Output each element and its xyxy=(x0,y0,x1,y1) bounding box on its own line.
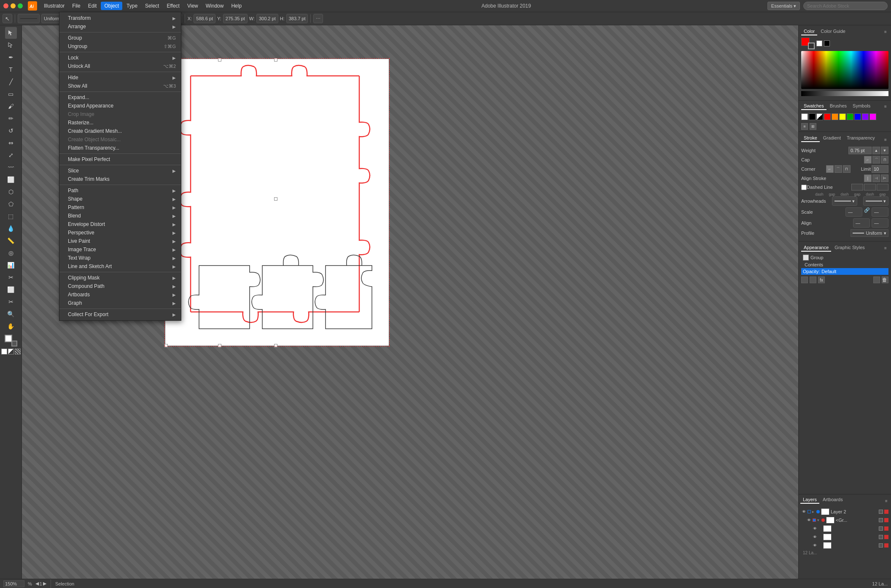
menu-artboards[interactable]: Artboards ▶ xyxy=(59,290,181,299)
tab-transparency[interactable]: Transparency xyxy=(844,134,878,142)
swatch-magenta[interactable] xyxy=(869,113,876,120)
stroke-panel-menu[interactable]: ≡ xyxy=(883,137,888,142)
line-tool[interactable]: ╱ xyxy=(5,76,17,88)
corner-miter[interactable]: ⌐ xyxy=(826,165,834,173)
weight-up[interactable]: ▲ xyxy=(872,147,880,154)
rect-tool[interactable]: ▭ xyxy=(5,88,17,100)
menu-compound-path[interactable]: Compound Path ▶ xyxy=(59,282,181,290)
appearance-opacity-item[interactable]: Opacity: Default xyxy=(801,268,888,275)
tab-color[interactable]: Color xyxy=(801,28,817,35)
fill-stroke-boxes[interactable] xyxy=(801,38,815,49)
menu-graph[interactable]: Graph ▶ xyxy=(59,299,181,307)
cap-butt[interactable]: ⌐ xyxy=(864,156,872,164)
x-field[interactable]: 588.6 pt xyxy=(194,14,215,23)
zoom-tool[interactable]: 🔍 xyxy=(5,308,17,320)
weight-down[interactable]: ▼ xyxy=(881,147,888,154)
menu-ungroup[interactable]: Ungroup ⇧⌘G xyxy=(59,42,181,51)
layers-panel-menu[interactable]: ≡ xyxy=(883,498,889,504)
arrowhead-end[interactable]: ▾ xyxy=(863,196,888,206)
layer-eye-2[interactable]: 👁 xyxy=(806,518,811,523)
minimize-button[interactable] xyxy=(11,3,16,8)
layer-row-5[interactable]: 👁 xyxy=(800,541,889,550)
appearance-contents-item[interactable]: Contents xyxy=(801,261,888,268)
scale-start-input[interactable]: — xyxy=(845,207,862,217)
menu-slice[interactable]: Slice ▶ xyxy=(59,166,181,175)
corner-bevel[interactable]: ⊓ xyxy=(843,165,851,173)
menu-arrange[interactable]: Arrange ▶ xyxy=(59,22,181,31)
y-field[interactable]: 275.35 pt xyxy=(223,14,248,23)
swatch-orange[interactable] xyxy=(832,113,838,120)
tab-artboards[interactable]: Artboards xyxy=(820,496,845,504)
appearance-panel-menu[interactable]: ≡ xyxy=(883,245,888,251)
layer-lock-2[interactable] xyxy=(879,518,883,522)
default-colors-btn[interactable] xyxy=(824,40,830,46)
eraser-tool[interactable]: ⬜ xyxy=(5,284,17,295)
align-end-btn[interactable]: — xyxy=(872,218,888,228)
none-mode-btn[interactable] xyxy=(15,349,21,354)
menu-expand-appearance[interactable]: Expand Appearance xyxy=(59,102,181,110)
warp-tool[interactable]: 〰 xyxy=(5,161,17,173)
menu-image-trace[interactable]: Image Trace ▶ xyxy=(59,245,181,254)
align-start-btn[interactable]: — xyxy=(853,218,870,228)
menu-text-wrap[interactable]: Text Wrap ▶ xyxy=(59,254,181,262)
swatch-grid-view[interactable]: ⊞ xyxy=(810,123,816,130)
layer-lock-3[interactable] xyxy=(879,526,883,531)
grayscale-bar[interactable] xyxy=(801,91,888,96)
selection-handle-bm[interactable] xyxy=(218,344,221,347)
scale-tool[interactable]: ⤢ xyxy=(5,149,17,161)
search-input[interactable] xyxy=(803,2,888,10)
selection-tool[interactable] xyxy=(5,27,17,39)
layer-target-1[interactable] xyxy=(884,510,888,514)
type-tool[interactable]: T xyxy=(5,64,17,75)
arrowhead-start[interactable]: ▾ xyxy=(832,196,857,206)
layer-row-3[interactable]: 👁 xyxy=(800,524,889,533)
appearance-fx-btn[interactable]: fx xyxy=(818,277,825,283)
align-inside[interactable]: ⊣ xyxy=(872,175,880,182)
color-panel-menu[interactable]: ≡ xyxy=(883,29,888,35)
layer-eye-1[interactable]: 👁 xyxy=(801,509,806,514)
menu-lock[interactable]: Lock ▶ xyxy=(59,54,181,62)
close-button[interactable] xyxy=(3,3,8,8)
cap-round[interactable]: ⌒ xyxy=(872,156,880,164)
more-toolbar-btn[interactable]: ⋯ xyxy=(313,14,323,23)
zoom-input[interactable] xyxy=(3,580,24,587)
swap-colors-btn[interactable] xyxy=(816,40,822,46)
swatch-green[interactable] xyxy=(847,113,853,120)
layer-expand-2[interactable]: ▾ xyxy=(817,518,819,522)
layer-target-4[interactable] xyxy=(884,535,888,539)
swatch-blue[interactable] xyxy=(854,113,861,120)
menu-live-paint[interactable]: Live Paint ▶ xyxy=(59,237,181,245)
menu-help[interactable]: Help xyxy=(228,2,245,10)
dashed-checkbox[interactable] xyxy=(801,185,807,190)
menu-blend[interactable]: Blend ▶ xyxy=(59,212,181,220)
layer-eye-3[interactable]: 👁 xyxy=(812,526,817,531)
shape-builder-tool[interactable]: ⬡ xyxy=(5,186,17,198)
fill-stroke-indicator[interactable] xyxy=(5,335,17,346)
appearance-eye-btn[interactable] xyxy=(801,277,808,283)
menu-trim-marks[interactable]: Create Trim Marks xyxy=(59,175,181,183)
tab-graphic-styles[interactable]: Graphic Styles xyxy=(832,244,867,252)
tab-swatches[interactable]: Swatches xyxy=(801,102,826,110)
menu-hide[interactable]: Hide ▶ xyxy=(59,73,181,82)
menu-group[interactable]: Group ⌘G xyxy=(59,34,181,42)
stroke-preview[interactable] xyxy=(18,14,40,23)
swatch-none[interactable] xyxy=(816,113,823,120)
cap-square[interactable]: ⊓ xyxy=(881,156,888,164)
essentials-button[interactable]: Essentials ▾ xyxy=(767,2,800,10)
live-paint-tool[interactable]: ⬠ xyxy=(5,198,17,210)
menu-line-sketch[interactable]: Line and Sketch Art ▶ xyxy=(59,262,181,271)
tab-symbols[interactable]: Symbols xyxy=(850,102,873,110)
swatch-list-view[interactable]: ≡ xyxy=(801,123,808,130)
swatches-panel-menu[interactable]: ≡ xyxy=(883,103,888,109)
menu-effect[interactable]: Effect xyxy=(163,2,183,10)
profile-select[interactable]: Uniform ▾ xyxy=(851,229,888,237)
menu-rasterize[interactable]: Rasterize... xyxy=(59,118,181,127)
menu-illustrator[interactable]: Illustrator xyxy=(40,2,68,10)
selection-handle-bl[interactable] xyxy=(164,344,168,347)
selection-handle-mr[interactable] xyxy=(274,197,277,201)
menu-path[interactable]: Path ▶ xyxy=(59,186,181,195)
pencil-tool[interactable]: ✏ xyxy=(5,113,17,124)
menu-expand[interactable]: Expand... xyxy=(59,93,181,102)
scale-end-input[interactable]: — xyxy=(872,207,888,217)
layer-expand-1[interactable]: ▸ xyxy=(812,510,814,514)
